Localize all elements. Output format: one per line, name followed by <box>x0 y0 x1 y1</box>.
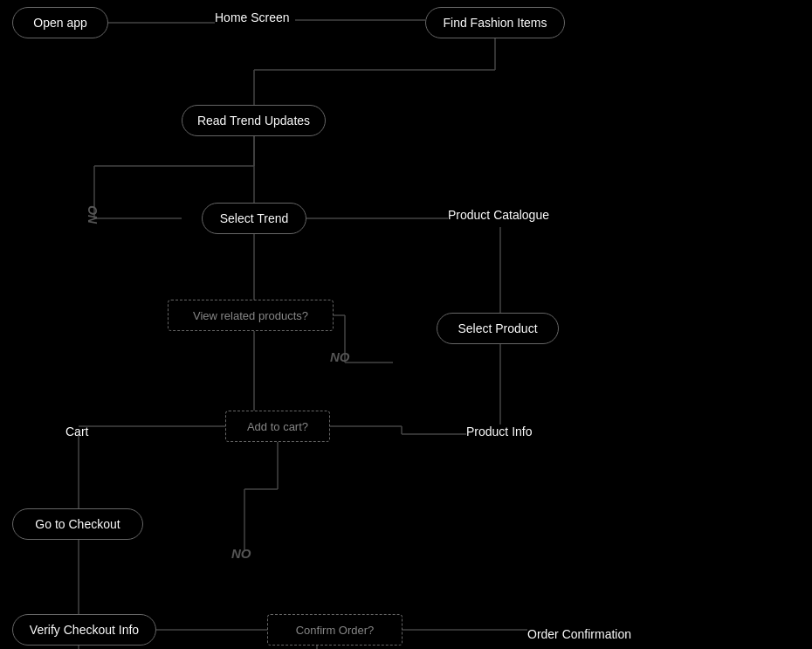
cart-label: Cart <box>65 425 88 438</box>
open-app-button[interactable]: Open app <box>12 7 108 38</box>
no-label-1: NO <box>86 206 100 224</box>
product-catalogue-label: Product Catalogue <box>448 208 549 222</box>
add-to-cart-button[interactable]: Add to cart? <box>225 411 330 442</box>
order-confirmation-label: Order Confirmation <box>527 627 631 641</box>
no-label-3: NO <box>231 546 251 561</box>
select-product-button[interactable]: Select Product <box>437 313 559 344</box>
confirm-order-button[interactable]: Confirm Order? <box>267 614 403 646</box>
home-screen-label: Home Screen <box>215 10 290 24</box>
product-info-label: Product Info <box>466 425 533 438</box>
view-related-button[interactable]: View related products? <box>168 300 334 331</box>
connector-lines <box>0 0 812 649</box>
go-to-checkout-button[interactable]: Go to Checkout <box>12 508 143 540</box>
select-trend-button[interactable]: Select Trend <box>202 203 306 234</box>
verify-checkout-button[interactable]: Verify Checkout Info <box>12 614 156 646</box>
find-fashion-button[interactable]: Find Fashion Items <box>425 7 565 38</box>
no-label-2: NO <box>330 349 350 364</box>
read-trend-button[interactable]: Read Trend Updates <box>182 105 326 136</box>
